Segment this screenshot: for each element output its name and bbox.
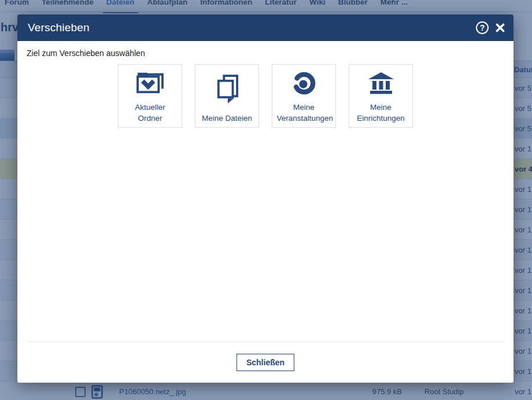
- close-button[interactable]: Schließen: [237, 354, 294, 371]
- move-target-list: Aktueller Ordner Meine Dateien: [27, 64, 504, 128]
- target-label: Meine Veranstaltungen: [277, 102, 331, 124]
- dialog-footer: Schließen: [27, 342, 504, 383]
- dialog-titlebar: Verschieben ?: [17, 14, 513, 41]
- target-current-folder[interactable]: Aktueller Ordner: [118, 64, 182, 128]
- move-dialog: Verschieben ? Ziel zum Verschieben auswä…: [17, 14, 513, 383]
- target-label: Aktueller Ordner: [123, 102, 178, 124]
- target-label: Meine Dateien: [202, 113, 252, 124]
- my-files-icon: [216, 65, 238, 113]
- courses-seminar-icon: [291, 65, 317, 102]
- target-label: Meine Einrichtungen: [354, 102, 408, 124]
- current-folder-icon: [136, 65, 165, 102]
- institution-building-icon: [368, 65, 394, 102]
- target-my-institutes[interactable]: Meine Einrichtungen: [349, 64, 413, 128]
- close-icon[interactable]: [495, 23, 505, 33]
- dialog-prompt: Ziel zum Verschieben auswählen: [27, 49, 504, 58]
- help-icon[interactable]: ?: [476, 21, 489, 34]
- target-my-files[interactable]: Meine Dateien: [195, 64, 259, 128]
- dialog-title: Verschieben: [28, 21, 476, 34]
- dialog-body: Ziel zum Verschieben auswählen Aktueller…: [17, 41, 513, 342]
- target-my-courses[interactable]: Meine Veranstaltungen: [272, 64, 336, 128]
